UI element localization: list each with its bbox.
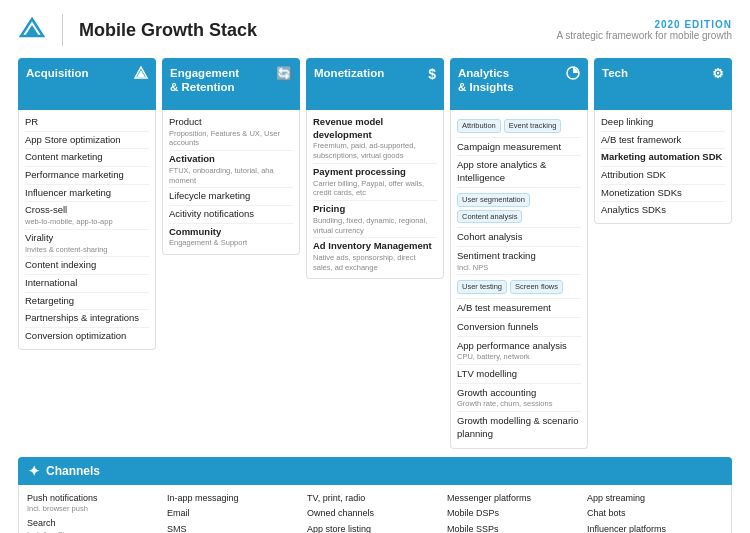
list-item: App streaming	[587, 491, 719, 507]
header-title: Mobile Growth Stack	[79, 20, 257, 41]
list-item: International	[25, 275, 149, 293]
cat-label-tech: Tech	[602, 66, 628, 80]
header: Mobile Growth Stack 2020 EDITION A strat…	[18, 14, 732, 46]
list-item: PR	[25, 114, 149, 132]
list-item: Search Incl. App Stores	[27, 516, 159, 533]
cat-label-engagement: Engagement& Retention	[170, 66, 239, 95]
list-item: Retargeting	[25, 293, 149, 311]
monetization-icon: $	[428, 66, 436, 84]
list-item: ViralityInvites & content-sharing	[25, 230, 149, 257]
column-tech: Tech ⚙ Deep linking A/B test framework M…	[594, 58, 732, 449]
tech-icon: ⚙	[712, 66, 724, 82]
list-item: Mobile SSPs	[447, 522, 579, 533]
list-item: Attribution SDK	[601, 167, 725, 185]
list-item: User testing Screen flows	[457, 276, 581, 299]
subtitle-label: A strategic framework for mobile growth	[556, 30, 732, 41]
list-item: Payment processing Carrier billing, Payp…	[313, 164, 437, 201]
list-item: Activation FTUX, onboarding, tutorial, a…	[169, 151, 293, 188]
header-right: 2020 EDITION A strategic framework for m…	[556, 19, 732, 41]
column-acquisition: Acquisition PR App Store optimization Co…	[18, 58, 156, 449]
list-item: Cross-sellweb-to-mobile, app-to-app	[25, 202, 149, 229]
list-item: App Store optimization	[25, 132, 149, 150]
acquisition-icon	[134, 66, 148, 84]
list-item: Content indexing	[25, 257, 149, 275]
cat-label-acquisition: Acquisition	[26, 66, 89, 80]
cat-label-analytics: Analytics& Insights	[458, 66, 514, 95]
list-item: Chat bots	[587, 506, 719, 522]
list-item: Analytics SDKs	[601, 202, 725, 219]
list-item: Marketing automation SDK	[601, 149, 725, 167]
channels-col-4: Messenger platforms Mobile DSPs Mobile S…	[443, 491, 583, 534]
list-item: Monetization SDKs	[601, 185, 725, 203]
cat-header-engagement: Engagement& Retention 🔄	[162, 58, 300, 110]
list-item: Attribution Event tracking	[457, 115, 581, 138]
list-item: Conversion optimization	[25, 328, 149, 345]
channels-header: ✦ Channels	[18, 457, 732, 485]
engagement-items: Product Proposition, Features & UX, User…	[162, 110, 300, 255]
list-item: App performance analysis CPU, battery, n…	[457, 338, 581, 365]
column-analytics: Analytics& Insights Attribution Event tr…	[450, 58, 588, 449]
cat-header-tech: Tech ⚙	[594, 58, 732, 110]
list-item: Growth modelling & scenario planning	[457, 413, 581, 442]
list-item: Partnerships & integrations	[25, 310, 149, 328]
edition-label: 2020 EDITION	[556, 19, 732, 30]
list-item: A/B test measurement	[457, 300, 581, 318]
channels-label: Channels	[46, 464, 100, 478]
column-monetization: Monetization $ Revenue model development…	[306, 58, 444, 449]
list-item: In-app messaging	[167, 491, 299, 507]
list-item: Influencer platforms	[587, 522, 719, 533]
channels-col-3: TV, print, radio Owned channels App stor…	[303, 491, 443, 534]
channels-grid: Push notifications Incl. browser push Se…	[18, 485, 732, 534]
logo-icon	[18, 16, 46, 44]
list-item: Community Engagement & Support	[169, 224, 293, 250]
list-item: Deep linking	[601, 114, 725, 132]
tech-items: Deep linking A/B test framework Marketin…	[594, 110, 732, 224]
list-item: Content marketing	[25, 149, 149, 167]
list-item: TV, print, radio	[307, 491, 439, 507]
cat-header-monetization: Monetization $	[306, 58, 444, 110]
list-item: Cohort analysis	[457, 229, 581, 247]
list-item: Messenger platforms	[447, 491, 579, 507]
list-item: A/B test framework	[601, 132, 725, 150]
channels-col-2: In-app messaging Email SMS Social networ…	[163, 491, 303, 534]
list-item: Acitivity notifications	[169, 206, 293, 224]
monetization-items: Revenue model development Freemium, paid…	[306, 110, 444, 279]
list-item: App store analytics & Intelligence	[457, 157, 581, 187]
analytics-items: Attribution Event tracking Campaign meas…	[450, 110, 588, 449]
list-item: Ad Inventory Management Native ads, spon…	[313, 238, 437, 274]
channels-col-5: App streaming Chat bots Influencer platf…	[583, 491, 723, 534]
list-item: Campaign measurement	[457, 139, 581, 157]
channels-section: ✦ Channels Push notifications Incl. brow…	[18, 457, 732, 534]
list-item: SMS	[167, 522, 299, 533]
list-item: Performance marketing	[25, 167, 149, 185]
main-grid: Acquisition PR App Store optimization Co…	[18, 58, 732, 449]
list-item: App store listing	[307, 522, 439, 533]
list-item: Email	[167, 506, 299, 522]
header-divider	[62, 14, 63, 46]
list-item: Push notifications Incl. browser push	[27, 491, 159, 516]
channels-col-1: Push notifications Incl. browser push Se…	[27, 491, 163, 534]
list-item: Lifecycle marketing	[169, 188, 293, 206]
channels-icon: ✦	[28, 463, 40, 479]
column-engagement: Engagement& Retention 🔄 Product Proposit…	[162, 58, 300, 449]
acquisition-items: PR App Store optimization Content market…	[18, 110, 156, 350]
list-item: Conversion funnels	[457, 319, 581, 337]
list-item: Product Proposition, Features & UX, User…	[169, 114, 293, 151]
list-item: Sentiment tracking Incl. NPS	[457, 248, 581, 275]
list-item: Pricing Bundling, fixed, dynamic, region…	[313, 201, 437, 238]
list-item: Growth accounting Growth rate, churn, se…	[457, 385, 581, 412]
list-item: Mobile DSPs	[447, 506, 579, 522]
page: Mobile Growth Stack 2020 EDITION A strat…	[0, 0, 750, 533]
header-left: Mobile Growth Stack	[18, 14, 257, 46]
cat-label-monetization: Monetization	[314, 66, 384, 80]
list-item: User segmentation Content analysis	[457, 189, 581, 229]
cat-header-analytics: Analytics& Insights	[450, 58, 588, 110]
engagement-icon: 🔄	[276, 66, 292, 82]
list-item: Influencer marketing	[25, 185, 149, 203]
list-item: LTV modelling	[457, 366, 581, 384]
analytics-icon	[566, 66, 580, 84]
cat-header-acquisition: Acquisition	[18, 58, 156, 110]
list-item: Owned channels	[307, 506, 439, 522]
list-item: Revenue model development Freemium, paid…	[313, 114, 437, 164]
